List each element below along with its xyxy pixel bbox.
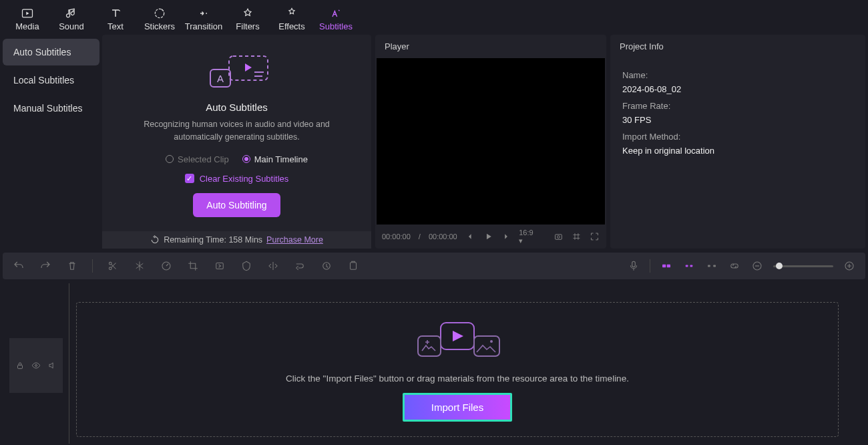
play-icon[interactable] xyxy=(483,231,493,242)
magnet-large-icon[interactable] xyxy=(660,259,673,273)
import-method-value: Keep in original location xyxy=(622,146,853,156)
drop-zone-hero-icon xyxy=(407,317,507,364)
radio-label: Main Timeline xyxy=(254,154,308,164)
eye-icon[interactable] xyxy=(31,361,41,370)
undo-icon[interactable] xyxy=(12,259,25,273)
zoom-in-icon[interactable] xyxy=(843,259,856,273)
tool-transition[interactable]: Transition xyxy=(182,3,226,35)
split-icon[interactable] xyxy=(106,259,120,273)
tool-stickers[interactable]: Stickers xyxy=(138,3,182,35)
tool-label: Transition xyxy=(185,21,223,31)
svg-rect-12 xyxy=(216,263,224,269)
purchase-more-link[interactable]: Purchase More xyxy=(266,235,323,245)
tool-label: Media xyxy=(15,21,39,31)
mask-icon[interactable] xyxy=(240,259,253,273)
snapshot-icon[interactable] xyxy=(554,231,564,242)
project-info-panel: Project Info Name: 2024-06-08_02 Frame R… xyxy=(610,35,865,249)
tool-effects[interactable]: Effects xyxy=(270,3,314,35)
svg-point-1 xyxy=(155,9,164,17)
svg-rect-18 xyxy=(686,265,688,267)
timeline-drop-zone[interactable]: Click the "Import Files" button or drag … xyxy=(76,302,839,437)
svg-rect-20 xyxy=(708,265,710,267)
mirror-icon[interactable] xyxy=(266,259,280,273)
radio-icon xyxy=(242,155,250,163)
radio-main-timeline[interactable]: Main Timeline xyxy=(242,154,308,164)
checkmark-icon: ✓ xyxy=(185,174,194,183)
transition-icon xyxy=(197,7,210,20)
lock-icon[interactable] xyxy=(15,361,25,370)
svg-point-8 xyxy=(558,236,560,239)
stickers-icon xyxy=(153,7,166,20)
remaining-time-text: Remaining Time: 158 Mins xyxy=(164,235,262,245)
tool-media[interactable]: Media xyxy=(5,3,49,35)
player-viewport[interactable] xyxy=(377,58,605,225)
keyframe-icon[interactable] xyxy=(320,259,333,273)
tool-sound[interactable]: Sound xyxy=(49,3,93,35)
svg-rect-14 xyxy=(351,263,357,270)
time-total: 00:00:00 xyxy=(429,233,457,241)
delete-icon[interactable] xyxy=(65,259,79,273)
import-files-button[interactable]: Import Files xyxy=(403,393,512,422)
timeline-toolbar xyxy=(3,253,865,279)
tool-filters[interactable]: Filters xyxy=(226,3,270,35)
tool-text[interactable]: Text xyxy=(93,3,138,35)
svg-rect-27 xyxy=(418,336,441,356)
fullscreen-icon[interactable] xyxy=(590,231,600,242)
svg-rect-7 xyxy=(556,235,562,239)
mic-icon[interactable] xyxy=(627,259,640,273)
tab-auto-subtitles[interactable]: Auto Subtitles xyxy=(3,39,99,65)
svg-rect-19 xyxy=(690,265,693,267)
snap-icon[interactable] xyxy=(705,259,718,273)
magnet-small-icon[interactable] xyxy=(682,259,696,273)
import-method-label: Import Method: xyxy=(622,132,853,142)
aspect-ratio[interactable]: 16:9 ▾ xyxy=(519,229,537,245)
svg-rect-28 xyxy=(474,336,499,356)
zoom-out-icon[interactable] xyxy=(750,259,764,273)
zoom-slider[interactable] xyxy=(773,265,833,267)
radio-icon xyxy=(166,155,174,163)
name-value: 2024-06-08_02 xyxy=(622,84,853,94)
redo-icon[interactable] xyxy=(39,259,52,273)
reverse-icon[interactable] xyxy=(213,259,226,273)
mute-icon[interactable] xyxy=(47,361,57,370)
auto-subtitling-button[interactable]: Auto Subtitling xyxy=(193,193,280,217)
project-info-header: Project Info xyxy=(610,35,865,58)
sound-icon xyxy=(65,7,78,20)
drop-zone-text: Click the "Import Files" button or drag … xyxy=(286,374,629,384)
fps-label: Frame Rate: xyxy=(622,101,853,111)
svg-point-9 xyxy=(109,262,112,265)
freeze-icon[interactable] xyxy=(133,259,146,273)
svg-rect-16 xyxy=(662,265,666,268)
grid-icon[interactable] xyxy=(572,231,582,242)
prev-frame-icon[interactable] xyxy=(465,231,475,242)
tool-label: Text xyxy=(107,21,124,31)
tab-manual-subtitles[interactable]: Manual Subtitles xyxy=(3,95,99,122)
link-icon[interactable] xyxy=(728,259,741,273)
svg-point-29 xyxy=(490,340,493,343)
checkbox-label: Clear Existing Subtitles xyxy=(200,174,289,184)
filters-icon xyxy=(241,7,254,20)
checkbox-clear-existing[interactable]: ✓ Clear Existing Subtitles xyxy=(185,174,289,184)
rotate-icon[interactable] xyxy=(293,259,306,273)
auto-subtitles-title: Auto Subtitles xyxy=(206,102,268,113)
fps-value: 30 FPS xyxy=(622,115,853,125)
player-panel: Player 00:00:00 / 00:00:00 16:9 ▾ xyxy=(375,35,606,249)
subtitle-mode-tabs: Auto Subtitles Local Subtitles Manual Su… xyxy=(3,35,99,249)
tool-label: Stickers xyxy=(144,21,175,31)
tool-label: Filters xyxy=(236,21,259,31)
marker-icon[interactable] xyxy=(347,259,360,273)
speed-icon[interactable] xyxy=(160,259,173,273)
player-header: Player xyxy=(375,35,606,58)
crop-icon[interactable] xyxy=(186,259,200,273)
tab-local-subtitles[interactable]: Local Subtitles xyxy=(3,67,99,94)
next-frame-icon[interactable] xyxy=(501,231,511,242)
refresh-icon xyxy=(150,235,160,245)
svg-rect-15 xyxy=(632,261,636,267)
time-sep: / xyxy=(419,233,421,241)
radio-selected-clip[interactable]: Selected Clip xyxy=(166,154,229,164)
media-icon xyxy=(21,7,34,20)
svg-rect-24 xyxy=(18,365,23,368)
zoom-thumb[interactable] xyxy=(776,263,783,269)
name-label: Name: xyxy=(622,70,853,80)
tool-subtitles[interactable]: Subtitles xyxy=(314,3,358,35)
